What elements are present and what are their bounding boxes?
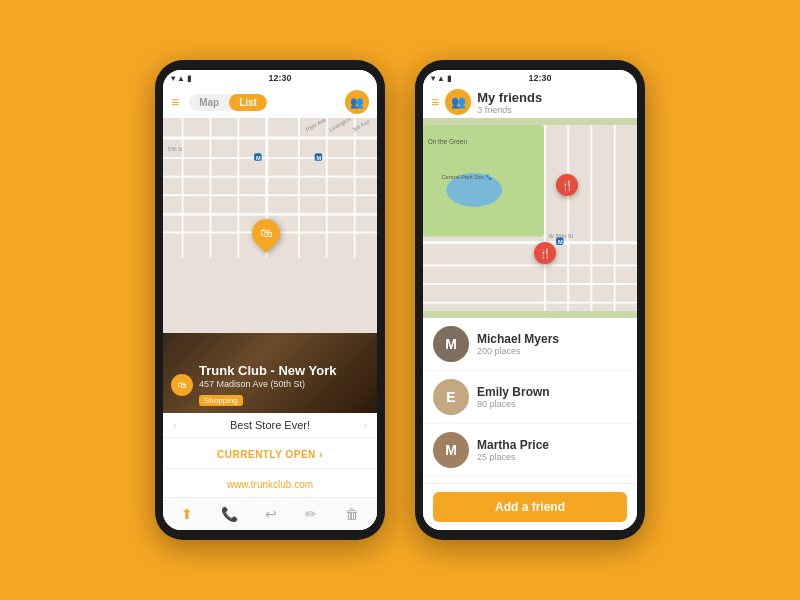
svg-rect-5 [163,213,377,216]
review-right-arrow[interactable]: › [364,420,367,431]
friends-button-1[interactable]: 👥 [345,90,369,114]
food-pin-icon-1: 🍴 [561,180,573,191]
svg-rect-4 [163,194,377,196]
signal-icon: ▾ [171,74,175,83]
battery-icon-2: ▮ [447,74,451,83]
friend-name-martha: Martha Price [477,438,627,452]
add-friend-button[interactable]: Add a friend [433,492,627,522]
shopping-bag-icon: 🛍 [260,226,272,240]
phone-1-screen: ▾ ▲ ▮ 12:30 ≡ Map List 👥 [163,70,377,530]
venue-map-pin[interactable]: 🛍 [252,219,280,247]
share-icon[interactable]: ↩ [265,506,277,522]
friends-icon-2: 👥 [451,95,466,109]
svg-rect-8 [210,118,212,258]
food-pin-icon-2: 🍴 [539,248,551,259]
red-pin-1[interactable]: 🍴 [556,174,578,196]
venue-address: 457 Madison Ave (50th St) [199,379,336,389]
venue-photo-content: 🛍 Trunk Club - New York 457 Madison Ave … [171,363,336,407]
svg-rect-29 [544,125,546,311]
navigate-icon[interactable]: ⬆ [181,506,193,522]
website-link: www.trunkclub.com [227,479,313,490]
open-status-bar[interactable]: CURRENTLY OPEN › [163,438,377,469]
call-icon[interactable]: 📞 [221,506,238,522]
review-text: Best Store Ever! [180,419,359,431]
svg-rect-30 [567,125,569,311]
action-bar: ⬆ 📞 ↩ ✏ 🗑 [163,497,377,530]
svg-text:On the Green: On the Green [428,138,468,145]
hamburger-icon[interactable]: ≡ [171,94,179,110]
venue-pin-small: 🛍 [171,374,193,396]
friend-name-emily: Emily Brown [477,385,627,399]
venue-name: Trunk Club - New York [199,363,336,379]
svg-rect-31 [590,125,592,311]
signal-icon-2: ▾ [431,74,435,83]
svg-text:M: M [256,155,261,161]
svg-text:57th St: 57th St [168,147,183,152]
svg-rect-3 [163,176,377,178]
svg-rect-13 [354,118,356,258]
friend-places-michael: 200 places [477,346,627,356]
friend-avatar-martha: M [433,432,469,468]
friend-name-michael: Michael Myers [477,332,627,346]
review-section: ‹ Best Store Ever! › [163,413,377,438]
hamburger-icon-2[interactable]: ≡ [431,94,439,110]
top-nav-bar-1: ≡ Map List 👥 [163,86,377,118]
venue-photo-strip: 🛍 Trunk Club - New York 457 Madison Ave … [163,333,377,413]
friend-info-michael: Michael Myers 200 places [477,332,627,356]
friend-item-martha[interactable]: M Martha Price 25 places [423,424,637,477]
status-bar-1: ▾ ▲ ▮ 12:30 [163,70,377,86]
svg-rect-27 [423,283,637,285]
category-badge: Shopping [199,395,243,406]
open-status-label: CURRENTLY OPEN › [217,449,323,460]
svg-rect-2 [163,157,377,159]
wifi-icon-2: ▲ [437,74,445,83]
delete-icon[interactable]: 🗑 [345,506,359,522]
friends-icon: 👥 [350,96,364,109]
time-display: 12:30 [268,73,291,83]
signal-icons-2: ▾ ▲ ▮ [431,74,451,83]
friends-title: My friends [477,90,629,105]
battery-icon: ▮ [187,74,191,83]
friend-places-emily: 80 places [477,399,627,409]
venue-info: Trunk Club - New York 457 Madison Ave (5… [199,363,336,407]
svg-rect-26 [423,265,637,267]
svg-rect-32 [614,125,616,311]
top-nav-bar-2: ≡ 👥 My friends 3 friends [423,86,637,118]
bag-icon-small: 🛍 [178,380,187,390]
map-area-1[interactable]: Park Ave Lexington 3rd Ave 57th St M M 🛍 [163,118,377,333]
svg-rect-1 [163,137,377,140]
review-left-arrow[interactable]: ‹ [173,420,176,431]
friend-avatar-emily: E [433,379,469,415]
friend-places-martha: 25 places [477,452,627,462]
map-tab[interactable]: Map [189,94,229,111]
map-list-tabs: Map List [189,94,267,111]
svg-text:M: M [558,239,563,245]
edit-icon[interactable]: ✏ [305,506,317,522]
time-display-2: 12:30 [528,73,551,83]
wifi-icon: ▲ [177,74,185,83]
friend-info-emily: Emily Brown 80 places [477,385,627,409]
map-area-2[interactable]: W 59th St On the Green Central Park Zoo … [423,118,637,318]
friend-item-michael[interactable]: M Michael Myers 200 places [423,318,637,371]
signal-icons: ▾ ▲ ▮ [171,74,191,83]
friend-info-martha: Martha Price 25 places [477,438,627,462]
status-bar-2: ▾ ▲ ▮ 12:30 [423,70,637,86]
red-pin-2[interactable]: 🍴 [534,242,556,264]
svg-rect-11 [298,118,300,258]
svg-rect-28 [423,302,637,304]
phone-1: ▾ ▲ ▮ 12:30 ≡ Map List 👥 [155,60,385,540]
website-bar[interactable]: www.trunkclub.com [163,469,377,497]
svg-rect-12 [326,118,328,258]
svg-rect-7 [182,118,184,258]
phone-2: ▾ ▲ ▮ 12:30 ≡ 👥 My friends 3 friends [415,60,645,540]
friends-list: M Michael Myers 200 places E Emily Brown… [423,318,637,483]
friends-count: 3 friends [477,105,629,115]
phone-2-screen: ▾ ▲ ▮ 12:30 ≡ 👥 My friends 3 friends [423,70,637,530]
friends-title-block: My friends 3 friends [477,90,629,115]
svg-text:M: M [317,155,322,161]
list-tab[interactable]: List [229,94,267,111]
svg-rect-9 [237,118,239,258]
friend-item-emily[interactable]: E Emily Brown 80 places [423,371,637,424]
add-friend-bar: Add a friend [423,483,637,530]
svg-rect-25 [423,241,637,244]
